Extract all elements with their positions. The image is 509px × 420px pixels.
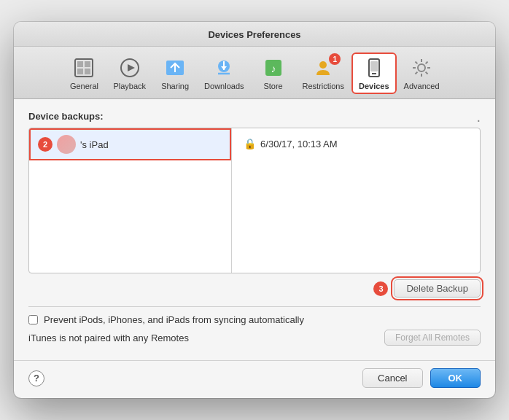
toolbar-item-restrictions[interactable]: 1 Restrictions — [295, 52, 351, 94]
toolbar-item-playback[interactable]: Playback — [106, 52, 153, 94]
ok-button[interactable]: OK — [430, 368, 481, 388]
delete-backup-button[interactable]: Delete Backup — [394, 279, 481, 298]
cancel-button[interactable]: Cancel — [362, 368, 422, 388]
svg-point-18 — [418, 64, 425, 71]
store-icon: ♪ — [262, 56, 285, 79]
svg-rect-3 — [77, 69, 83, 74]
sharing-icon — [163, 56, 187, 79]
main-content: Device backups: · 2 's iPad 🔒 6/30/17, 1… — [14, 99, 495, 360]
restrictions-label: Restrictions — [303, 82, 344, 90]
lock-icon: 🔒 — [244, 138, 256, 149]
backup-date: 6/30/17, 10:13 AM — [260, 139, 338, 149]
remotes-row: iTunes is not paired with any Remotes Fo… — [28, 330, 481, 346]
devices-label: Devices — [359, 82, 389, 90]
section-label: Device backups: — [28, 111, 104, 122]
svg-rect-17 — [370, 61, 378, 71]
svg-marker-6 — [128, 64, 135, 71]
devices-icon — [362, 56, 386, 79]
backups-list: 2 's iPad — [29, 128, 232, 273]
downloads-icon — [212, 56, 236, 79]
svg-line-24 — [426, 72, 428, 74]
dialog-buttons: Cancel OK — [362, 368, 481, 388]
dialog-title: Devices Preferences — [14, 29, 495, 40]
title-bar: Devices Preferences — [14, 22, 495, 47]
svg-rect-4 — [85, 69, 90, 74]
sharing-label: Sharing — [161, 82, 189, 90]
svg-point-14 — [319, 61, 327, 69]
toolbar-item-downloads[interactable]: Downloads — [197, 52, 251, 94]
dot-indicator: · — [476, 112, 481, 127]
toolbar-item-store[interactable]: ♪ Store — [252, 52, 295, 94]
svg-rect-1 — [77, 61, 83, 67]
svg-line-25 — [426, 62, 428, 64]
prevent-sync-checkbox[interactable] — [28, 315, 38, 324]
prevent-sync-row: Prevent iPods, iPhones, and iPads from s… — [28, 314, 481, 325]
backup-device-name: 's iPad — [80, 139, 109, 150]
backup-item[interactable]: 2 's iPad — [29, 128, 231, 160]
svg-line-26 — [416, 72, 418, 74]
general-label: General — [70, 82, 98, 90]
prevent-sync-label: Prevent iPods, iPhones, and iPads from s… — [44, 314, 304, 325]
remotes-label: iTunes is not paired with any Remotes — [28, 332, 189, 343]
preferences-dialog: Devices Preferences General Playback Sha… — [14, 22, 495, 398]
options-section: Prevent iPods, iPhones, and iPads from s… — [28, 306, 481, 351]
backup-date-row: 🔒 6/30/17, 10:13 AM — [238, 134, 474, 153]
toolbar-item-sharing[interactable]: Sharing — [153, 52, 197, 94]
step3-badge: 3 — [373, 281, 388, 296]
device-avatar — [57, 135, 76, 154]
toolbar-item-advanced[interactable]: Advanced — [397, 52, 447, 94]
toolbar-item-devices[interactable]: Devices — [351, 52, 397, 94]
playback-label: Playback — [113, 82, 146, 90]
advanced-label: Advanced — [404, 82, 440, 90]
restrictions-icon: 1 — [311, 56, 335, 79]
backups-detail: 🔒 6/30/17, 10:13 AM — [232, 128, 480, 273]
delete-row: 3 Delete Backup — [28, 279, 481, 298]
playback-icon — [118, 56, 141, 79]
general-icon — [72, 56, 96, 79]
svg-line-23 — [416, 62, 418, 64]
store-label: Store — [263, 82, 282, 90]
svg-text:♪: ♪ — [271, 63, 276, 74]
toolbar: General Playback Sharing Downloads ♪ — [14, 47, 495, 99]
advanced-icon — [410, 56, 433, 79]
restrictions-badge: 1 — [329, 53, 341, 65]
backups-table: 2 's iPad 🔒 6/30/17, 10:13 AM — [28, 128, 481, 273]
svg-rect-2 — [85, 61, 90, 67]
bottom-bar: ? Cancel OK — [14, 360, 495, 398]
downloads-label: Downloads — [204, 82, 244, 90]
toolbar-item-general[interactable]: General — [62, 52, 106, 94]
step2-badge: 2 — [38, 137, 53, 152]
help-button[interactable]: ? — [28, 370, 44, 386]
forget-remotes-button[interactable]: Forget All Remotes — [384, 330, 481, 346]
